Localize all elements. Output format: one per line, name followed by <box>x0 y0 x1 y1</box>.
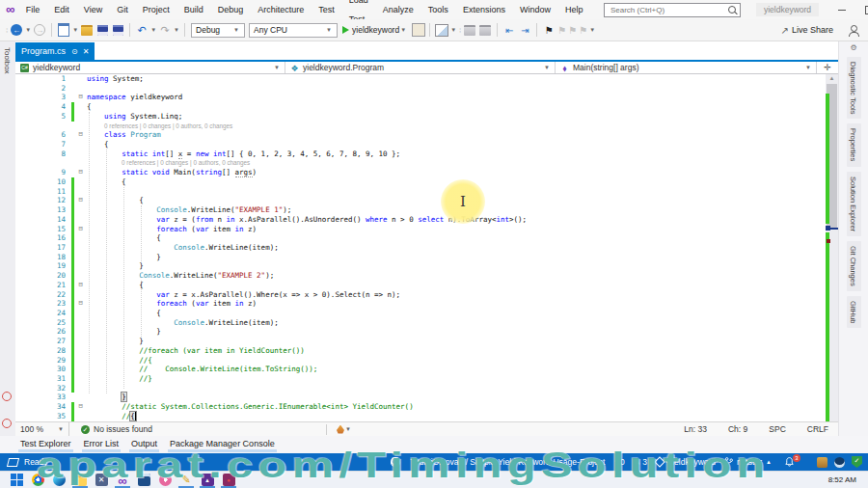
tab-program-cs[interactable]: Program.cs ⊙ ✕ <box>15 42 95 60</box>
undo-button[interactable]: ↶ <box>135 23 149 37</box>
panel-tab-output[interactable]: Output <box>129 438 159 452</box>
codelens-row[interactable]: 0 references | 0 changes | 0 authors, 0 … <box>15 158 826 168</box>
code-line[interactable]: 25 Console.WriteLine(item); <box>15 318 826 328</box>
new-project-dropdown-icon[interactable]: ▼ <box>72 27 78 33</box>
maximize-button[interactable] <box>855 0 868 19</box>
menu-build[interactable]: Build <box>176 0 210 19</box>
side-tab-git-changes[interactable]: Git Changes <box>847 241 861 291</box>
menu-file[interactable]: File <box>18 0 47 19</box>
taskbar-media-project-icon[interactable]: ● <box>218 472 239 488</box>
taskbar-visual-studio-icon[interactable]: ∞ <box>112 472 133 488</box>
start-debugging-button[interactable]: yieldkeyword ▼ <box>342 25 407 35</box>
fold-marker-icon[interactable]: ⊟ <box>74 299 87 309</box>
attach-button[interactable] <box>411 23 424 37</box>
close-tab-icon[interactable]: ✕ <box>83 47 90 56</box>
menu-view[interactable]: View <box>76 0 109 19</box>
search-input[interactable] <box>609 5 728 15</box>
code-line[interactable]: 5 using System.Linq; <box>15 112 826 122</box>
code-line[interactable]: 24 { <box>15 309 826 318</box>
code-line[interactable]: 8 static int[] x = new int[] { 0, 1, 2, … <box>15 149 826 159</box>
code-line[interactable]: 32 <box>15 384 826 393</box>
breadcrumb-member-dropdown[interactable]: ⬧ Main(string[] args) ▼ <box>556 62 817 73</box>
fold-marker-icon[interactable]: ⊟ <box>74 93 87 102</box>
notifications-button[interactable]: 3 <box>784 456 795 468</box>
line-ending-indicator[interactable]: CRLF <box>807 424 828 434</box>
code-line[interactable]: 34⊟ //static System.Collections.Generic.… <box>15 402 826 412</box>
code-line[interactable]: 11 <box>15 187 826 197</box>
code-line[interactable]: 4{ <box>15 102 826 112</box>
repo-label[interactable]: TourajOstovari / Simple-Yield-Keyword-Us… <box>410 457 605 467</box>
clock[interactable]: 8:52 AM <box>828 475 868 484</box>
search-box[interactable] <box>604 3 741 17</box>
menu-tools[interactable]: Tools <box>420 0 455 19</box>
fold-marker-icon[interactable]: ⊟ <box>74 130 87 140</box>
solution-indicator[interactable]: yieldkeyword <box>656 457 716 467</box>
gear-icon[interactable]: ⚙ <box>839 43 868 52</box>
code-line[interactable]: 16 { <box>15 233 826 243</box>
toolbar-overflow-icon[interactable]: ▼ <box>450 27 456 33</box>
live-share-button[interactable]: ↗ Live Share <box>781 25 833 36</box>
code-line[interactable]: 13 Console.WriteLine("EXAMPLE 1"); <box>15 205 826 215</box>
code-line[interactable]: 26 } <box>15 327 826 337</box>
issues-indicator[interactable]: ✓ No issues found <box>81 424 152 434</box>
menu-project[interactable]: Project <box>135 0 176 19</box>
scroll-up-icon[interactable]: ▲ <box>826 75 838 81</box>
redo-dropdown-icon[interactable]: ▼ <box>174 27 179 33</box>
minimize-button[interactable] <box>828 0 855 19</box>
spaces-indicator[interactable]: SPC <box>769 424 785 434</box>
side-tab-solution-explorer[interactable]: Solution Explorer <box>847 172 861 236</box>
taskbar-start-icon[interactable] <box>6 472 27 488</box>
code-line[interactable]: 19 } <box>15 261 826 271</box>
tray-app-icon[interactable] <box>817 457 827 468</box>
taskbar-chrome-icon[interactable] <box>27 472 48 488</box>
navigate-back-button[interactable]: ← <box>10 23 23 37</box>
push-count[interactable]: ↑ 0 <box>613 457 624 467</box>
code-line[interactable]: 3⊟namespace yieldkeyword <box>15 93 826 102</box>
menu-test[interactable]: Test <box>312 0 342 19</box>
code-line[interactable]: 29 //{ <box>15 356 826 366</box>
toolbar-grip[interactable]: ⁞ <box>6 26 7 35</box>
vertical-scrollbar[interactable]: ▲ ▼ <box>826 74 838 436</box>
side-tab-properties[interactable]: Properties <box>847 123 861 166</box>
zoom-dropdown[interactable]: 100 %▼ <box>15 422 69 436</box>
breadcrumb-project-dropdown[interactable]: C# yieldkeyword ▼ <box>15 62 285 73</box>
navigate-back-dropdown-icon[interactable]: ▼ <box>25 27 31 33</box>
code-line[interactable]: 21⊟ { <box>15 281 826 290</box>
code-line[interactable]: 31 //} <box>15 374 826 384</box>
code-line[interactable]: 22 var z = x.AsParallel().Where(x => x >… <box>15 290 826 300</box>
pin-icon[interactable]: ⊙ <box>71 47 78 56</box>
clear-bookmarks-button[interactable]: ⚑ <box>579 25 587 36</box>
decrease-indent-button[interactable]: ⇤ <box>502 23 516 37</box>
increase-indent-button[interactable]: ⇥ <box>518 23 531 37</box>
code-line[interactable]: 20 Console.WriteLine("EXAMPLE 2"); <box>15 271 826 281</box>
code-line[interactable]: 30 // Console.WriteLine(item.ToString())… <box>15 365 826 374</box>
panel-tab-package-manager-console[interactable]: Package Manager Console <box>168 438 277 452</box>
menu-extensions[interactable]: Extensions <box>455 0 512 19</box>
menu-debug[interactable]: Debug <box>210 0 251 19</box>
next-bookmark-button[interactable]: ⚑ <box>568 25 577 36</box>
code-line[interactable]: 33 } <box>15 393 826 402</box>
code-line[interactable]: 10 { <box>15 177 826 187</box>
code-line[interactable]: 15⊟ foreach (var item in z) <box>15 225 826 234</box>
tray-cloud-icon[interactable] <box>834 457 845 468</box>
fold-marker-icon[interactable]: ⊟ <box>74 168 87 177</box>
menu-git[interactable]: Git <box>110 0 136 19</box>
code-line[interactable]: 6⊟ class Program <box>15 130 826 140</box>
taskbar-calculator-icon[interactable] <box>133 472 154 488</box>
taskbar-photos-icon[interactable]: ▲ <box>197 472 218 488</box>
configuration-dropdown[interactable]: Debug▼ <box>191 23 245 38</box>
side-tab-github[interactable]: GitHub <box>847 296 861 328</box>
menu-architecture[interactable]: Architecture <box>251 0 312 19</box>
menu-window[interactable]: Window <box>512 0 557 19</box>
taskbar-file-explorer-icon[interactable] <box>69 472 91 488</box>
toggle-bookmark-button[interactable]: ⚑ <box>542 23 556 37</box>
taskbar-paint-tool-icon[interactable] <box>154 472 176 488</box>
menu-edit[interactable]: Edit <box>47 0 77 19</box>
bookmark-overflow-icon[interactable]: ▼ <box>589 27 595 33</box>
fold-marker-icon[interactable]: ⊟ <box>74 281 87 290</box>
feedback-icon[interactable] <box>849 25 858 35</box>
code-line[interactable]: 1using System; <box>15 74 826 84</box>
redo-button[interactable]: ↷ <box>158 23 172 37</box>
side-tab-diagnostic-tools[interactable]: Diagnostic Tools <box>847 57 861 119</box>
hot-reload-dropdown-icon[interactable]: ▼ <box>345 426 351 432</box>
